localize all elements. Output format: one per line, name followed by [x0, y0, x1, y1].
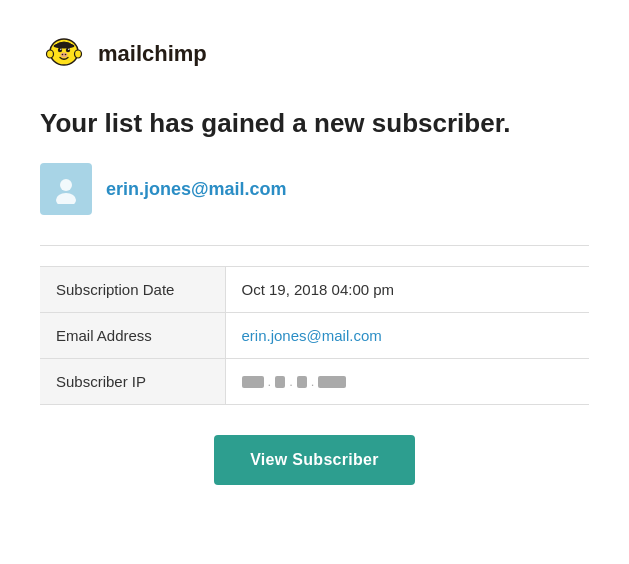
ip-block-2 — [275, 376, 285, 388]
svg-point-10 — [65, 54, 67, 56]
avatar — [40, 163, 92, 215]
ip-dot-1: . — [268, 374, 272, 389]
label-subscription-date: Subscription Date — [40, 267, 225, 313]
value-subscriber-ip: . . . — [225, 359, 589, 405]
svg-point-11 — [54, 44, 75, 49]
table-row: Subscriber IP . . . — [40, 359, 589, 405]
svg-point-9 — [62, 54, 64, 56]
logo-area: mailchimp — [40, 30, 589, 78]
label-subscriber-ip: Subscriber IP — [40, 359, 225, 405]
svg-point-12 — [60, 179, 72, 191]
svg-point-2 — [47, 50, 54, 58]
ip-redacted: . . . — [242, 374, 574, 389]
svg-point-7 — [68, 49, 69, 50]
mailchimp-logo-icon — [40, 30, 88, 78]
info-table: Subscription Date Oct 19, 2018 04:00 pm … — [40, 266, 589, 405]
ip-block-3 — [297, 376, 307, 388]
svg-point-5 — [66, 48, 70, 52]
user-icon — [51, 174, 81, 204]
svg-point-6 — [60, 49, 61, 50]
ip-dot-2: . — [289, 374, 293, 389]
subscriber-email[interactable]: erin.jones@mail.com — [106, 179, 287, 200]
value-subscription-date: Oct 19, 2018 04:00 pm — [225, 267, 589, 313]
ip-block-1 — [242, 376, 264, 388]
label-email-address: Email Address — [40, 313, 225, 359]
svg-point-4 — [58, 48, 62, 52]
subscriber-card: erin.jones@mail.com — [40, 163, 589, 215]
divider — [40, 245, 589, 246]
svg-point-8 — [61, 53, 68, 58]
value-email-address: erin.jones@mail.com — [225, 313, 589, 359]
brand-name: mailchimp — [98, 41, 207, 67]
page-headline: Your list has gained a new subscriber. — [40, 108, 589, 139]
button-area: View Subscriber — [40, 435, 589, 485]
ip-dot-3: . — [311, 374, 315, 389]
email-link[interactable]: erin.jones@mail.com — [242, 327, 382, 344]
table-row: Subscription Date Oct 19, 2018 04:00 pm — [40, 267, 589, 313]
svg-point-13 — [56, 193, 76, 204]
svg-point-3 — [75, 50, 82, 58]
view-subscriber-button[interactable]: View Subscriber — [214, 435, 415, 485]
ip-block-4 — [318, 376, 346, 388]
table-row: Email Address erin.jones@mail.com — [40, 313, 589, 359]
